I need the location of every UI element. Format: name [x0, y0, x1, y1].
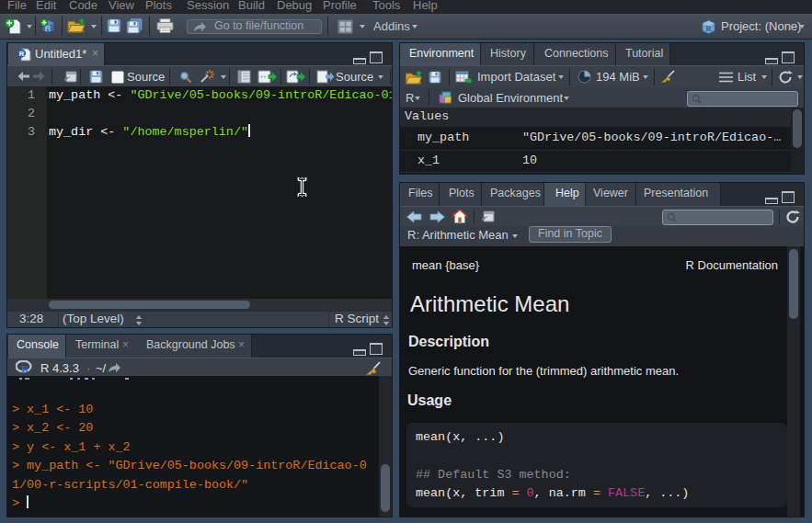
- svg-text:R: R: [21, 364, 29, 374]
- svg-text:R: R: [705, 24, 712, 33]
- svg-text:R: R: [19, 50, 25, 58]
